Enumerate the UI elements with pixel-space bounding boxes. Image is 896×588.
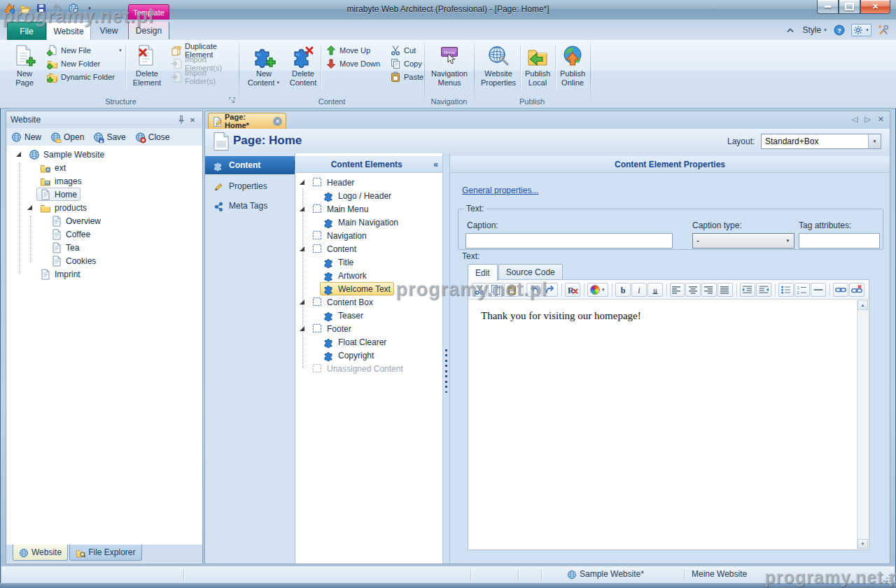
tag-attributes-field[interactable]	[799, 233, 880, 248]
tree-item[interactable]: Content	[295, 242, 442, 255]
editor-content[interactable]: Thank you for visiting our homepage!	[468, 300, 858, 550]
tree-item[interactable]: Header	[295, 176, 442, 189]
help-button[interactable]: ?	[834, 24, 845, 36]
publish-online-button[interactable]: PublishOnline	[556, 42, 589, 95]
paste-button[interactable]: Paste	[388, 70, 424, 83]
tab-close-icon[interactable]: ✕	[273, 117, 282, 126]
panel-tab-website[interactable]: Website	[13, 545, 68, 561]
panel-tab-file-explorer[interactable]: File Explorer	[69, 545, 141, 561]
tree-item[interactable]: images	[7, 174, 202, 188]
bold-button[interactable]: b	[615, 283, 631, 297]
pin-icon[interactable]	[176, 114, 187, 125]
chevron-down-icon[interactable]: ▼	[782, 234, 794, 248]
document-tab[interactable]: Page: Home* ✕	[208, 113, 286, 129]
minimize-button[interactable]	[817, 0, 839, 14]
align-left-button[interactable]	[670, 283, 685, 297]
style-button[interactable]: Style▼	[802, 25, 827, 35]
tree-item[interactable]: Sample Website	[7, 148, 202, 161]
tree-item[interactable]: Imprint	[7, 267, 202, 281]
sidebar-tab-content[interactable]: Content	[205, 156, 295, 174]
general-properties-link[interactable]: General properties...	[462, 186, 538, 195]
maximize-button[interactable]	[839, 0, 860, 14]
close-website-button[interactable]: Close	[135, 132, 170, 143]
expander-icon[interactable]	[300, 326, 304, 331]
expander-icon[interactable]	[16, 152, 21, 157]
tree-item[interactable]: Copyright	[295, 349, 442, 362]
layout-select[interactable]: Standard+Box ▼	[761, 134, 881, 149]
navigation-menus-button[interactable]: Home NavigationMenus	[428, 42, 471, 95]
website-properties-button[interactable]: WebsiteProperties	[478, 42, 519, 95]
move-down-button[interactable]: Move Down	[323, 57, 385, 70]
caption-type-select[interactable]: - ▼	[692, 233, 794, 248]
tree-item[interactable]: Navigation	[295, 229, 442, 242]
expander-icon[interactable]	[300, 206, 304, 211]
resize-grip-icon[interactable]	[883, 573, 892, 582]
tree-item[interactable]: Welcome Text	[295, 282, 442, 295]
undo-button[interactable]	[526, 283, 542, 297]
copy-button[interactable]: Copy	[388, 57, 424, 70]
tree-item[interactable]: Content Box	[295, 295, 442, 309]
panel-close-icon[interactable]: ✕	[187, 114, 198, 125]
expander-icon[interactable]	[300, 180, 304, 185]
align-center-button[interactable]	[685, 283, 701, 297]
tree-item[interactable]: Main Menu	[295, 202, 442, 216]
tree-item[interactable]: Artwork	[295, 269, 442, 282]
tree-item[interactable]: Float Clearer	[295, 335, 442, 349]
scroll-up-icon[interactable]: ▲	[858, 300, 868, 310]
dynamic-folder-button[interactable]: Dynamic Folder	[45, 70, 125, 83]
bullet-list-button[interactable]	[778, 283, 794, 297]
expander-icon[interactable]	[27, 205, 32, 210]
tree-item[interactable]: Footer	[295, 322, 442, 335]
scroll-down-icon[interactable]: ▼	[858, 539, 868, 549]
tab-list-close-icon[interactable]: ✕	[878, 115, 884, 124]
tab-scroll-right-icon[interactable]: ▷	[864, 115, 870, 124]
tree-item[interactable]: Tea	[7, 241, 202, 254]
unlink-button[interactable]	[849, 283, 864, 297]
outdent-button[interactable]	[756, 283, 771, 297]
italic-button[interactable]: i	[631, 283, 647, 297]
collapse-ribbon-button[interactable]	[785, 26, 796, 34]
collapse-panel-icon[interactable]: «	[433, 160, 438, 169]
tree-item[interactable]: Logo / Header	[295, 189, 442, 202]
chevron-down-icon[interactable]: ▼	[868, 134, 881, 148]
tab-scroll-left-icon[interactable]: ◁	[852, 115, 858, 124]
tree-item[interactable]: Overview	[7, 214, 202, 227]
expander-icon[interactable]	[300, 246, 304, 251]
new-file-button[interactable]: New File▼	[45, 43, 125, 57]
sidebar-tab-properties[interactable]: Properties	[205, 177, 295, 195]
tree-item[interactable]: ext	[7, 161, 202, 174]
tree-item[interactable]: Unassigned Content	[295, 362, 442, 375]
tree-item[interactable]: Coffee	[7, 227, 202, 241]
delete-content-button[interactable]: DeleteContent	[284, 42, 322, 95]
open-website-button[interactable]: Open	[50, 132, 84, 143]
link-button[interactable]	[833, 283, 848, 297]
delete-element-button[interactable]: DeleteElement	[128, 42, 166, 95]
tree-item[interactable]: Home	[7, 188, 202, 201]
expander-icon[interactable]	[300, 300, 304, 304]
dialog-launcher-icon[interactable]	[227, 96, 237, 105]
save-website-button[interactable]: Save	[93, 132, 125, 143]
import-folders-button[interactable]: Import Folder(s)	[169, 70, 239, 83]
hr-button[interactable]	[811, 283, 826, 297]
tree-item[interactable]: Teaser	[295, 309, 442, 322]
new-page-button[interactable]: NewPage	[6, 42, 43, 95]
new-content-button[interactable]: New Content▼	[245, 42, 283, 95]
tree-item[interactable]: Title	[295, 255, 442, 269]
tab-view[interactable]: View	[91, 22, 127, 39]
tree-item[interactable]: Cookies	[7, 254, 202, 267]
settings-button[interactable]: ▼	[851, 24, 872, 36]
tab-source-code[interactable]: Source Code	[498, 264, 563, 281]
caption-field[interactable]	[465, 233, 673, 248]
underline-button[interactable]: u	[648, 283, 663, 297]
number-list-button[interactable]: 12	[794, 283, 810, 297]
close-window-button[interactable]: ✕	[860, 0, 890, 14]
tab-file[interactable]: File	[7, 22, 46, 41]
publish-local-button[interactable]: PublishLocal	[522, 42, 554, 95]
editor-scrollbar[interactable]: ▲ ▼	[857, 300, 868, 549]
remove-format-button[interactable]: R	[565, 283, 580, 297]
copy-button[interactable]	[488, 283, 503, 297]
tree-item[interactable]: Main Navigation	[295, 216, 442, 229]
new-website-button[interactable]: New	[11, 132, 41, 143]
tab-design[interactable]: Design	[128, 22, 169, 39]
tools-button[interactable]	[878, 24, 889, 36]
